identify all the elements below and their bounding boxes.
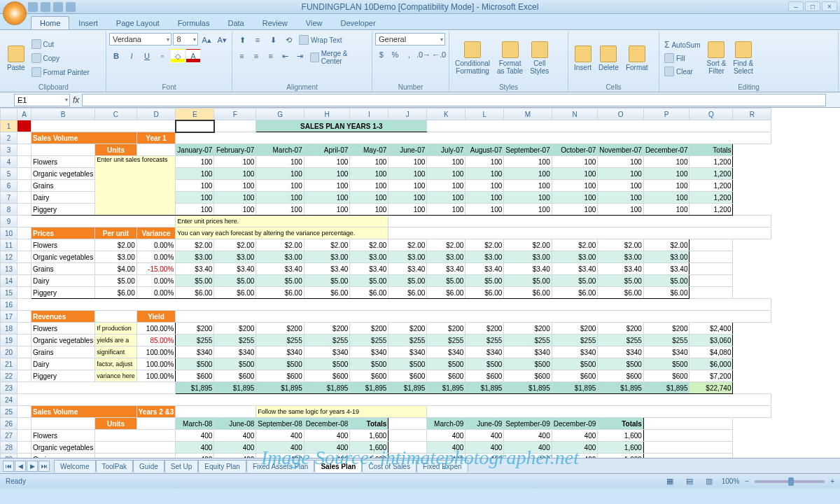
sheet-tab-fixed-assets-plan[interactable]: Fixed Assets Plan [246, 460, 314, 472]
row-header-4[interactable]: 4 [1, 156, 18, 168]
cell[interactable]: Flowers [31, 430, 95, 442]
cell[interactable] [388, 216, 771, 227]
cell[interactable] [388, 418, 427, 430]
cell[interactable]: $3.40 [643, 263, 690, 275]
cell[interactable]: $2.00 [465, 239, 504, 251]
cell[interactable]: 100 [176, 192, 214, 204]
cell[interactable]: Organic vegetables [31, 168, 95, 180]
cell[interactable]: $3.00 [176, 251, 214, 263]
active-cell[interactable] [176, 120, 214, 132]
merge-center-button[interactable]: Merge & Center [308, 49, 369, 66]
cell[interactable]: 100 [465, 156, 504, 168]
cell[interactable]: $1,895 [552, 382, 598, 394]
cell[interactable]: August-07 [465, 144, 504, 156]
cell[interactable]: $3.00 [427, 251, 465, 263]
cell[interactable]: $600 [465, 370, 504, 382]
cell[interactable]: $3.00 [504, 251, 552, 263]
cell[interactable]: $500 [304, 358, 350, 370]
cell[interactable]: 100 [256, 156, 304, 168]
cell[interactable]: $3.00 [643, 251, 690, 263]
cell[interactable]: May-07 [350, 144, 388, 156]
cell[interactable] [95, 442, 176, 454]
cell[interactable]: $255 [304, 335, 350, 346]
row-header-1[interactable]: 1 [1, 120, 18, 132]
close-button[interactable]: × [822, 1, 837, 11]
cell[interactable]: 100 [643, 204, 690, 216]
cell[interactable] [18, 454, 31, 458]
cell[interactable]: $5.00 [214, 275, 256, 287]
cell[interactable]: 400 [552, 430, 598, 442]
cell[interactable]: $2.00 [304, 239, 350, 251]
cell[interactable]: $200 [552, 323, 598, 335]
cell[interactable]: $500 [388, 358, 427, 370]
sheet-nav-last[interactable]: ⏭ [38, 461, 50, 472]
cell[interactable]: 100 [504, 192, 552, 204]
row-header-23[interactable]: 23 [1, 382, 18, 394]
cell[interactable]: 0.00% [136, 239, 176, 251]
cell[interactable]: $340 [256, 346, 304, 358]
cell[interactable]: 1,200 [690, 204, 733, 216]
zoom-slider[interactable] [755, 480, 825, 483]
cell[interactable]: 400 [427, 454, 465, 458]
cell[interactable] [690, 239, 733, 251]
cell[interactable]: $3,060 [690, 335, 733, 346]
cell[interactable]: 100 [214, 156, 256, 168]
cell[interactable]: 100 [304, 168, 350, 180]
cell[interactable]: December-09 [552, 418, 598, 430]
fx-icon[interactable]: fx [73, 95, 79, 105]
cell[interactable]: Year 1 [136, 132, 176, 144]
cell[interactable]: 100 [465, 180, 504, 192]
cell[interactable]: January-07 [176, 144, 214, 156]
col-header-J[interactable]: J [388, 108, 427, 120]
cell[interactable]: Piggery [31, 287, 95, 299]
cell[interactable] [95, 311, 137, 323]
cell[interactable] [18, 323, 31, 335]
cell[interactable]: 400 [552, 454, 598, 458]
cell[interactable]: March-08 [176, 418, 214, 430]
cell[interactable]: 100 [350, 180, 388, 192]
insert-cells-button[interactable]: Insert [571, 33, 594, 83]
cell[interactable] [388, 430, 427, 442]
tab-view[interactable]: View [297, 16, 332, 29]
align-center-button[interactable]: ≡ [250, 49, 263, 63]
cell[interactable]: 400 [427, 430, 465, 442]
cell[interactable]: $2.00 [350, 239, 388, 251]
cell[interactable]: $255 [427, 335, 465, 346]
cell[interactable]: $1,895 [350, 382, 388, 394]
cell[interactable]: Yield [136, 311, 176, 323]
cell[interactable] [18, 394, 771, 406]
cell[interactable]: $2,400 [690, 323, 733, 335]
cell[interactable] [18, 204, 31, 216]
cell[interactable]: 1,600 [598, 454, 644, 458]
redo-icon[interactable] [53, 2, 63, 12]
cell[interactable]: 100 [256, 192, 304, 204]
wrap-text-button[interactable]: Wrap Text [297, 33, 344, 47]
formula-bar[interactable] [82, 94, 826, 106]
cell[interactable]: $200 [598, 323, 644, 335]
bold-button[interactable]: B [109, 49, 123, 63]
cell[interactable] [95, 454, 176, 458]
cell[interactable]: $3.00 [256, 251, 304, 263]
cell[interactable]: June-07 [388, 144, 427, 156]
increase-decimal-button[interactable]: .0→ [416, 48, 430, 62]
cell[interactable]: $3.40 [304, 263, 350, 275]
fill-button[interactable]: Fill [662, 52, 703, 64]
cell[interactable] [690, 251, 733, 263]
cell[interactable]: 100 [504, 204, 552, 216]
col-header-L[interactable]: L [465, 108, 504, 120]
zoom-in-button[interactable]: + [830, 477, 834, 485]
cell[interactable]: significant [95, 346, 137, 358]
col-header-H[interactable]: H [304, 108, 350, 120]
cell[interactable]: Organic vegetables [31, 442, 95, 454]
cell[interactable] [643, 454, 733, 458]
cell[interactable] [136, 144, 176, 156]
cell[interactable]: variance here [95, 370, 137, 382]
row-header-9[interactable]: 9 [1, 216, 18, 227]
cell[interactable]: $5.00 [552, 275, 598, 287]
worksheet-grid[interactable]: ABCDEFGHIJKLMNOPQR1SALES PLAN YEARS 1-32… [0, 108, 840, 458]
cell[interactable]: 0.00% [136, 275, 176, 287]
col-header-O[interactable]: O [598, 108, 644, 120]
cell[interactable]: $6.00 [256, 287, 304, 299]
cell[interactable]: 100 [350, 192, 388, 204]
cell[interactable]: Flowers [31, 156, 95, 168]
